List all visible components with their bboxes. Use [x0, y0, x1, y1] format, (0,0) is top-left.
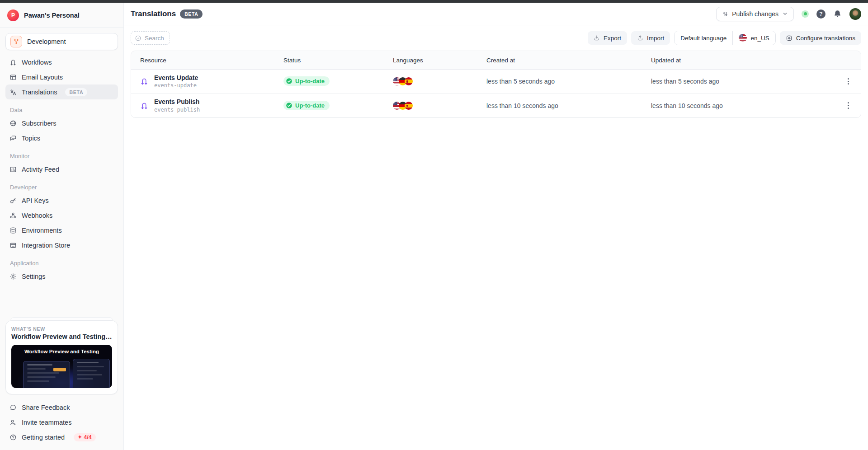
sidebar-item-email-layouts[interactable]: Email Layouts [5, 70, 118, 84]
key-icon [9, 197, 17, 204]
sidebar: P Pawan's Personal Development Workflows… [0, 3, 124, 450]
subscribers-icon [9, 120, 17, 127]
sidebar-item-subscribers[interactable]: Subscribers [5, 116, 118, 131]
sidebar-item-integration-store[interactable]: Integration Store [5, 238, 118, 253]
default-language-label: Default language [680, 35, 726, 42]
share-feedback-button[interactable]: Share Feedback [5, 400, 118, 415]
sidebar-item-translations[interactable]: Translations BETA [5, 84, 118, 99]
workflows-icon [9, 59, 17, 66]
table-row[interactable]: Events Publish events-publish Up-to-date [131, 94, 861, 117]
translations-toolbar: Search Export Import Defaul [124, 25, 868, 50]
beta-badge: BETA [65, 88, 87, 96]
org-avatar: P [7, 9, 19, 21]
section-title-data: Data [5, 99, 118, 116]
sidebar-nav: Workflows Email Layouts Translations BET… [0, 53, 123, 284]
getting-started-button[interactable]: Getting started ✦ 4/4 [5, 430, 118, 445]
activity-feed-icon [9, 166, 17, 173]
gear-icon [9, 273, 17, 280]
configure-translations-button[interactable]: Configure translations [780, 31, 861, 45]
plus-circle-icon [135, 35, 142, 42]
sidebar-item-label: Workflows [22, 59, 52, 66]
sidebar-item-workflows[interactable]: Workflows [5, 55, 118, 70]
check-circle-icon [286, 102, 292, 109]
workflow-icon [140, 77, 148, 85]
es-flag [405, 77, 413, 85]
getting-started-progress-badge: ✦ 4/4 [74, 433, 96, 441]
column-header-resource: Resource [140, 57, 283, 64]
whats-new-panel [23, 361, 70, 388]
sidebar-item-webhooks[interactable]: Webhooks [5, 208, 118, 223]
resource-slug: events-publish [154, 107, 200, 113]
sidebar-item-settings[interactable]: Settings [5, 269, 118, 284]
whats-new-panel [73, 359, 110, 388]
table-row[interactable]: Events Update events-update Up-to-date [131, 70, 861, 94]
es-flag [405, 102, 413, 110]
publish-changes-label: Publish changes [732, 10, 778, 18]
download-icon [594, 35, 600, 41]
header-actions: Publish changes ? [716, 7, 861, 21]
resource-cell: Events Publish events-publish [140, 98, 283, 112]
footer-item-label: Invite teammates [22, 419, 71, 426]
status-cell: Up-to-date [283, 101, 393, 111]
resource-cell: Events Update events-update [140, 74, 283, 89]
connection-status-dot[interactable] [802, 10, 809, 18]
topics-icon [9, 135, 17, 142]
section-title-application: Application [5, 253, 118, 269]
resource-name: Events Update [154, 74, 198, 81]
section-title-monitor: Monitor [5, 145, 118, 162]
row-actions-menu-button[interactable] [845, 99, 852, 111]
page-title: Translations [131, 9, 176, 19]
updated-at-cell: less than 5 seconds ago [651, 78, 835, 85]
sidebar-item-label: Webhooks [22, 212, 52, 219]
publish-changes-button[interactable]: Publish changes [716, 7, 794, 21]
environment-selector[interactable]: Development [5, 33, 118, 50]
sidebar-item-api-keys[interactable]: API Keys [5, 193, 118, 208]
question-circle-icon [9, 434, 17, 441]
sidebar-item-label: Email Layouts [22, 74, 63, 81]
search-label: Search [145, 35, 164, 42]
import-button[interactable]: Import [631, 31, 670, 45]
email-layouts-icon [9, 74, 17, 81]
whats-new-card[interactable]: WHAT'S NEW Workflow Preview and Testing … [5, 320, 118, 394]
integration-store-icon [9, 242, 17, 249]
sidebar-item-topics[interactable]: Topics [5, 131, 118, 145]
chat-bubble-icon [9, 404, 17, 411]
sidebar-item-label: Activity Feed [22, 166, 59, 173]
footer-item-label: Getting started [22, 434, 65, 441]
updated-at-cell: less than 10 seconds ago [651, 102, 835, 109]
status-label: Up-to-date [295, 102, 325, 109]
created-at-cell: less than 10 seconds ago [486, 102, 651, 109]
default-language-value: en_US [750, 35, 769, 42]
footer-item-label: Share Feedback [22, 404, 70, 411]
whats-new-title: Workflow Preview and Testing i... [11, 333, 112, 340]
section-title-developer: Developer [5, 177, 118, 193]
column-header-languages: Languages [393, 57, 486, 64]
default-language-button[interactable]: Default language [675, 31, 733, 45]
sidebar-item-activity-feed[interactable]: Activity Feed [5, 162, 118, 177]
sparkle-icon: ✦ [78, 435, 82, 440]
column-header-created-at: Created at [486, 57, 651, 64]
whats-new-wrap: WHAT'S NEW Workflow Preview and Testing … [5, 317, 118, 394]
environment-label: Development [27, 38, 66, 45]
upload-icon [637, 35, 643, 41]
column-header-status: Status [283, 57, 393, 64]
search-button[interactable]: Search [131, 31, 170, 45]
row-actions-menu-button[interactable] [845, 75, 852, 87]
help-button[interactable]: ? [816, 9, 826, 19]
sidebar-item-environments[interactable]: Environments [5, 223, 118, 238]
language-value-button[interactable]: en_US [733, 31, 775, 45]
status-label: Up-to-date [295, 78, 325, 84]
notifications-bell-icon[interactable] [833, 9, 842, 18]
org-switcher[interactable]: P Pawan's Personal [0, 3, 123, 28]
branch-icon [10, 36, 22, 47]
export-button[interactable]: Export [588, 31, 627, 45]
languages-cell [393, 77, 486, 85]
workflow-icon [140, 102, 148, 110]
translations-table: Resource Status Languages Created at Upd… [131, 51, 861, 118]
sidebar-footer: Share Feedback Invite teammates Getting … [0, 397, 123, 450]
main-content: Translations BETA Publish changes ? [124, 3, 868, 450]
invite-teammates-button[interactable]: Invite teammates [5, 415, 118, 430]
resource-name: Events Publish [154, 98, 200, 105]
user-avatar[interactable] [849, 8, 861, 20]
configure-translations-label: Configure translations [796, 35, 855, 42]
